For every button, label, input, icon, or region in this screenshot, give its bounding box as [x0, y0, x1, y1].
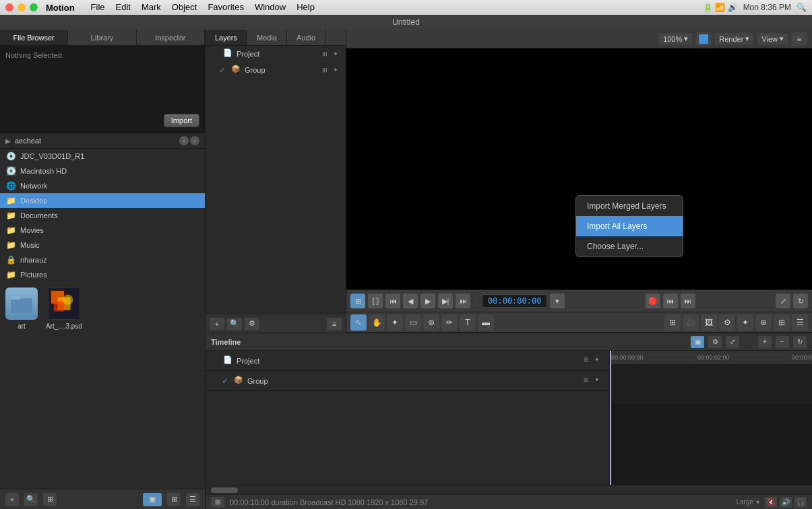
rt-btn3[interactable]: 🖼 — [701, 314, 717, 331]
tl-visibility-group[interactable]: ✓ — [222, 376, 231, 386]
file-tree-item-music[interactable]: 📁 Music — [0, 238, 205, 252]
tab-library[interactable]: Library — [68, 30, 136, 45]
add-layer-btn[interactable]: + — [210, 318, 224, 330]
tl-settings-btn[interactable]: ⚙ — [708, 336, 722, 348]
view-toggle-3[interactable]: ☰ — [186, 493, 199, 506]
timecode-display[interactable]: 00:00:00:00 — [482, 294, 547, 308]
file-tree-item-disk1[interactable]: 💿 JDC_V03D01D_R1 — [0, 149, 205, 164]
tl-visibility[interactable] — [211, 356, 220, 366]
rt-btn6[interactable]: ⊛ — [755, 314, 772, 331]
file-tree-item-desktop[interactable]: 📁 Desktop — [0, 193, 205, 208]
mask-tool[interactable]: ▬ — [478, 314, 494, 331]
zoom-layers-btn[interactable]: 🔍 — [227, 318, 242, 330]
desktop-file-art[interactable]: art — [5, 287, 38, 330]
tab-inspector[interactable]: Inspector — [137, 30, 205, 45]
tl-expand-btn[interactable]: ⊞ — [584, 376, 593, 386]
view-options[interactable]: ≡ — [792, 32, 807, 46]
menu-mark[interactable]: Mark — [136, 0, 166, 15]
popup-item-all-layers[interactable]: Import All Layers — [576, 216, 683, 236]
canvas-view[interactable]: Import Merged Layers Import All Layers C… — [346, 48, 812, 290]
go-start-btn[interactable]: ⏮ — [385, 294, 400, 308]
zoom-btn[interactable]: 🔍 — [24, 493, 38, 506]
paint-tool[interactable]: ⊛ — [423, 314, 439, 331]
audio-prev-btn[interactable]: ⏮ — [663, 294, 678, 308]
expand-btn[interactable]: ⤢ — [776, 294, 790, 308]
tl-settings-btn[interactable]: ✦ — [594, 376, 604, 386]
layer-settings[interactable]: ✦ — [331, 65, 340, 75]
scrollbar-thumb[interactable] — [211, 487, 238, 493]
file-tree-item-documents[interactable]: 📁 Documents — [0, 208, 205, 223]
tl-zoom-in[interactable]: + — [758, 336, 772, 348]
audio-next-btn[interactable]: ⏭ — [681, 294, 695, 308]
zoom-select[interactable]: 100% ▾ — [659, 33, 692, 44]
file-tree-item-pictures[interactable]: 📁 Pictures — [0, 267, 205, 282]
file-tree-item-movies[interactable]: 📁 Movies — [0, 223, 205, 238]
menu-edit[interactable]: Edit — [111, 0, 136, 15]
rt-btn4[interactable]: ⚙ — [719, 314, 735, 331]
settings-layers-btn[interactable]: ⚙ — [245, 318, 259, 330]
text-tool[interactable]: T — [460, 314, 476, 331]
rt-btn1[interactable]: ⊞ — [664, 314, 681, 331]
menu-file[interactable]: File — [86, 0, 111, 15]
next-frame-btn[interactable]: ▶| — [438, 294, 453, 308]
menu-help[interactable]: Help — [291, 0, 320, 15]
file-tree-item-nharauz[interactable]: 🔒 nharauz — [0, 252, 205, 267]
pen-tool[interactable]: ✏ — [441, 314, 458, 331]
rect-tool[interactable]: ▭ — [405, 314, 421, 331]
mute-btn[interactable]: 🔇 — [765, 497, 777, 508]
play-btn[interactable]: ▶ — [420, 294, 435, 308]
search-icon[interactable]: 🔍 — [797, 3, 807, 12]
rt-btn7[interactable]: ⊞ — [774, 314, 790, 331]
headphone-btn[interactable]: 🎧 — [794, 497, 807, 508]
canvas-fit-btn[interactable]: ⟦⟧ — [368, 294, 383, 308]
tab-audio[interactable]: Audio — [287, 30, 325, 45]
view-toggle-2[interactable]: ⊞ — [167, 493, 181, 506]
tl-expand-btn[interactable]: ⤢ — [726, 336, 739, 348]
select-tool[interactable]: ↖ — [350, 314, 367, 331]
menu-window[interactable]: Window — [249, 0, 291, 15]
popup-item-merged[interactable]: Import Merged Layers — [576, 196, 683, 216]
expand-icon[interactable]: ▶ — [5, 137, 11, 145]
hand-tool[interactable]: ✋ — [369, 314, 385, 331]
desktop-file-psd[interactable]: Art_....3.psd — [46, 287, 82, 330]
fullscreen-button[interactable] — [30, 3, 38, 11]
add-btn[interactable]: + — [5, 493, 19, 506]
refresh-btn[interactable]: ↻ — [793, 294, 808, 308]
menu-favorites[interactable]: Favorites — [202, 0, 249, 15]
record-btn[interactable]: ⊞ — [350, 294, 365, 308]
layer-group[interactable]: ✓ 📦 Group ⊞ ✦ — [206, 62, 346, 78]
layer-expand[interactable]: ⊞ — [320, 65, 330, 75]
view-button[interactable]: View ▾ — [757, 33, 788, 44]
render-button[interactable]: Render ▾ — [715, 33, 753, 44]
file-tree-item-network[interactable]: 🌐 Network — [0, 178, 205, 193]
tl-view-btn[interactable]: ▣ — [691, 336, 704, 348]
close-button[interactable] — [5, 3, 13, 11]
size-dropdown[interactable]: ▾ — [756, 498, 759, 506]
tab-layers[interactable]: Layers — [206, 30, 247, 45]
rt-btn2[interactable]: 🎥 — [683, 314, 699, 331]
layer-settings[interactable]: ✦ — [331, 49, 340, 59]
layer-project[interactable]: 📄 Project ⊞ ✦ — [206, 46, 346, 62]
tl-layer-project[interactable]: 📄 Project ⊞ ✦ — [206, 351, 609, 371]
tl-zoom-out[interactable]: − — [776, 336, 789, 348]
rt-btn5[interactable]: ✦ — [737, 314, 753, 331]
layer-expand[interactable]: ⊞ — [320, 49, 330, 59]
view-toggle-1[interactable]: ▣ — [143, 493, 162, 506]
playhead[interactable] — [610, 351, 611, 485]
layer-view-btn[interactable]: ≡ — [327, 318, 342, 330]
tab-media[interactable]: Media — [247, 30, 287, 45]
minimize-button[interactable] — [18, 3, 26, 11]
file-tree-item-disk2[interactable]: 💽 Macintosh HD — [0, 164, 205, 178]
rt-btn8[interactable]: ☰ — [792, 314, 808, 331]
tl-expand-btn[interactable]: ⊞ — [584, 356, 593, 366]
tab-file-browser[interactable]: File Browser — [0, 30, 68, 45]
popup-item-choose-layer[interactable]: Choose Layer... — [576, 236, 683, 257]
timeline-scrollbar[interactable] — [206, 485, 812, 494]
go-end-btn[interactable]: ⏭ — [456, 294, 470, 308]
size-select[interactable]: Large — [736, 498, 753, 506]
loop-btn[interactable]: 🔴 — [646, 294, 660, 308]
nav-back[interactable]: ‹ — [179, 136, 189, 145]
import-button[interactable]: Import — [164, 114, 199, 127]
layer-visibility[interactable] — [211, 49, 220, 59]
volume-btn[interactable]: 🔊 — [780, 497, 792, 508]
